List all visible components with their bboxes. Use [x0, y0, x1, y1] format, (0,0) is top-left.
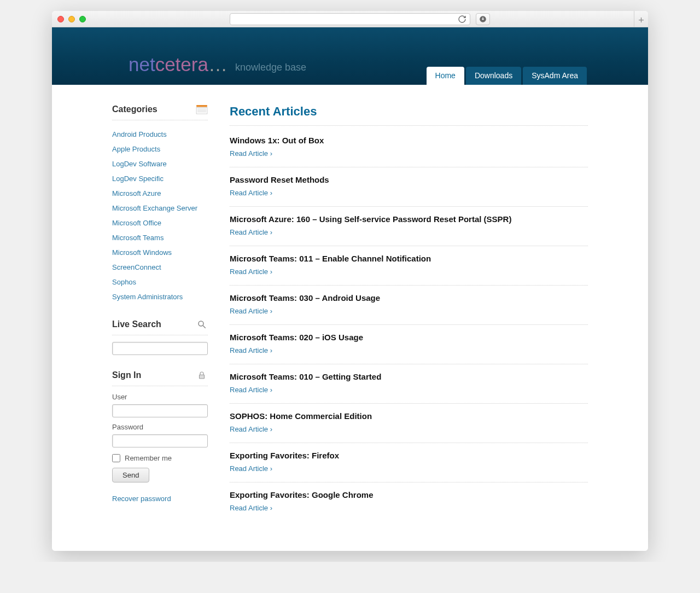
read-article-link[interactable]: Read Article › [230, 228, 272, 236]
category-item[interactable]: Microsoft Exchange Server [112, 201, 208, 216]
signin-heading: Sign In [112, 370, 208, 386]
lock-icon [196, 370, 208, 380]
article-item: Password Reset Methods Read Article › [230, 175, 588, 207]
divider [230, 125, 588, 126]
password-input[interactable] [112, 434, 208, 447]
categories-title-text: Categories [112, 104, 158, 114]
search-heading: Live Search [112, 319, 208, 335]
article-item: Microsoft Teams: 020 – iOS Usage Read Ar… [230, 333, 588, 364]
category-item[interactable]: LogDev Specific [112, 171, 208, 186]
maximize-window-button[interactable] [79, 16, 86, 22]
read-article-link[interactable]: Read Article › [230, 307, 272, 315]
tab-sysadm[interactable]: SysAdm Area [523, 67, 587, 85]
read-article-link[interactable]: Read Article › [230, 189, 272, 197]
tab-home[interactable]: Home [427, 67, 464, 85]
categories-icon [196, 104, 208, 114]
tab-downloads[interactable]: Downloads [466, 67, 521, 85]
reload-icon[interactable] [458, 15, 466, 24]
article-title: SOPHOS: Home Commercial Edition [230, 411, 588, 421]
article-item: Microsoft Azure: 160 – Using Self-servic… [230, 214, 588, 246]
read-article-link[interactable]: Read Article › [230, 464, 272, 473]
svg-rect-8 [200, 375, 205, 379]
category-list: Android Products Apple Products LogDev S… [112, 127, 208, 304]
sidebar: Categories Android Products Apple Produc… [112, 104, 208, 529]
article-title: Exporting Favorites: Firefox [230, 451, 588, 460]
svg-rect-1 [196, 105, 207, 107]
page-heading: Recent Articles [230, 104, 588, 119]
close-window-button[interactable] [57, 16, 64, 22]
article-item: Windows 1x: Out of Box Read Article › [230, 136, 588, 167]
article-item: Exporting Favorites: Google Chrome Read … [230, 490, 588, 521]
brand-dots: … [208, 54, 228, 75]
new-tab-button[interactable]: + [634, 11, 648, 27]
brand-logo[interactable]: netcetera… [129, 54, 228, 75]
search-title-text: Live Search [112, 319, 161, 329]
read-article-link[interactable]: Read Article › [230, 386, 272, 394]
article-item: Microsoft Teams: 010 – Getting Started R… [230, 372, 588, 404]
read-article-link[interactable]: Read Article › [230, 425, 272, 433]
user-input[interactable] [112, 404, 208, 417]
remember-label: Remember me [125, 454, 172, 462]
search-input[interactable] [112, 342, 208, 355]
article-title: Microsoft Teams: 020 – iOS Usage [230, 333, 588, 342]
nav-tabs: Home Downloads SysAdm Area [427, 67, 587, 85]
category-item[interactable]: Microsoft Azure [112, 186, 208, 201]
read-article-link[interactable]: Read Article › [230, 504, 272, 512]
user-label: User [112, 393, 208, 401]
article-title: Microsoft Teams: 030 – Android Usage [230, 293, 588, 303]
read-article-link[interactable]: Read Article › [230, 149, 272, 158]
article-title: Password Reset Methods [230, 175, 588, 184]
browser-window: + netcetera… knowledge base Home Downloa… [52, 11, 648, 551]
article-title: Exporting Favorites: Google Chrome [230, 490, 588, 499]
brand-part-cetera: cetera [155, 54, 208, 75]
category-item[interactable]: System Administrators [112, 289, 208, 304]
article-item: Microsoft Teams: 011 – Enable Channel No… [230, 254, 588, 286]
article-title: Microsoft Teams: 011 – Enable Channel No… [230, 254, 588, 263]
category-item[interactable]: Apple Products [112, 142, 208, 156]
svg-line-7 [203, 325, 206, 328]
remember-row: Remember me [112, 454, 208, 462]
search-icon [196, 319, 208, 329]
main-content: Recent Articles Windows 1x: Out of Box R… [230, 104, 588, 529]
category-item[interactable]: Microsoft Teams [112, 230, 208, 245]
svg-point-6 [199, 321, 203, 326]
category-item[interactable]: Sophos [112, 275, 208, 289]
article-item: Microsoft Teams: 030 – Android Usage Rea… [230, 293, 588, 325]
category-item[interactable]: Android Products [112, 127, 208, 142]
category-item[interactable]: ScreenConnect [112, 260, 208, 275]
content-area: Categories Android Products Apple Produc… [52, 85, 648, 551]
brand-part-net: net [129, 54, 155, 75]
category-item[interactable]: Microsoft Windows [112, 245, 208, 260]
article-title: Microsoft Azure: 160 – Using Self-servic… [230, 214, 588, 224]
site-header: netcetera… knowledge base Home Downloads… [52, 27, 648, 85]
article-item: SOPHOS: Home Commercial Edition Read Art… [230, 411, 588, 443]
tagline: knowledge base [235, 62, 306, 73]
signin-title-text: Sign In [112, 370, 141, 380]
address-bar[interactable] [230, 13, 470, 25]
category-item[interactable]: Microsoft Office [112, 216, 208, 230]
window-controls [57, 16, 86, 22]
minimize-window-button[interactable] [68, 16, 75, 22]
category-item[interactable]: LogDev Software [112, 156, 208, 171]
send-button[interactable]: Send [112, 468, 149, 482]
remember-checkbox[interactable] [112, 454, 120, 462]
categories-heading: Categories [112, 104, 208, 120]
article-title: Windows 1x: Out of Box [230, 136, 588, 145]
recover-password-link[interactable]: Recover password [112, 495, 208, 503]
download-icon [479, 15, 487, 23]
downloads-button[interactable] [476, 13, 490, 25]
read-article-link[interactable]: Read Article › [230, 346, 272, 354]
password-label: Password [112, 423, 208, 431]
article-item: Exporting Favorites: Firefox Read Articl… [230, 451, 588, 482]
read-article-link[interactable]: Read Article › [230, 268, 272, 276]
article-title: Microsoft Teams: 010 – Getting Started [230, 372, 588, 381]
titlebar: + [52, 11, 648, 27]
